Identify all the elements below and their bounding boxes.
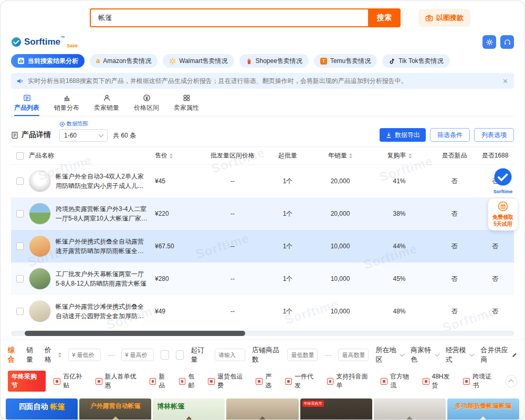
- grid-view-icon[interactable]: [161, 350, 169, 360]
- columns-button[interactable]: 列表选项: [474, 128, 514, 142]
- row-checkbox[interactable]: [16, 210, 24, 217]
- tag-new-product[interactable]: 新品: [150, 372, 171, 390]
- settings-button[interactable]: [482, 35, 496, 49]
- person-icon: [103, 94, 111, 102]
- collapse-button[interactable]: [505, 375, 517, 387]
- business-model-dropdown[interactable]: 经营模式: [446, 345, 474, 364]
- tag-strict-selection[interactable]: 严选: [256, 372, 277, 390]
- support-button[interactable]: [500, 35, 514, 49]
- price-max-input[interactable]: [121, 349, 154, 361]
- list-view-icon[interactable]: [176, 350, 184, 360]
- chevron-down-icon: [470, 352, 475, 356]
- tag-icon: [285, 378, 292, 385]
- table-row[interactable]: 帐篷户外便携式折叠全自动露营速开露营防晒加厚防雨帐篷全套批发 ¥67.50 --…: [11, 230, 514, 262]
- column-annual-sales[interactable]: 年销量: [311, 151, 369, 160]
- sorftime-badge[interactable]: Sorftime: [488, 167, 518, 194]
- tab-tiktok[interactable]: Tik Tok售卖情况: [382, 54, 449, 68]
- tab-shopee[interactable]: Shopee售卖情况: [239, 54, 309, 68]
- chevron-up-icon: [508, 380, 513, 385]
- product-name[interactable]: 帐篷户外全自动3-4双人2单人家用防晒防虫室内小房子成人儿童帐篷: [56, 172, 149, 191]
- tag-return-shipping[interactable]: 退货包运费: [208, 372, 248, 390]
- product-thumbnail[interactable]: [29, 170, 51, 192]
- tab-sales-distribution[interactable]: 销量分布: [54, 94, 79, 116]
- tag-douyin-label[interactable]: 支持抖音面单: [327, 372, 373, 390]
- tag-official-logistics[interactable]: 官方物流: [381, 372, 414, 390]
- tab-seller-sales[interactable]: 卖家销量: [94, 94, 119, 116]
- row-checkbox[interactable]: [16, 177, 24, 185]
- sort-sales[interactable]: 销量: [26, 345, 38, 364]
- notice-text: 实时分析当前1688搜索页下的产品，并根据这些产品生成分析报告；且在进行筛选、翻…: [28, 77, 407, 86]
- moq-input[interactable]: [215, 349, 245, 361]
- merge-supplier-toggle[interactable]: 合并供应商: [480, 345, 517, 364]
- is-1688-cell: 否: [479, 242, 511, 251]
- close-icon[interactable]: [502, 78, 509, 85]
- product-thumbnail[interactable]: [29, 300, 51, 322]
- price-min-input[interactable]: [68, 349, 101, 361]
- filter-button[interactable]: 筛选条件: [430, 128, 470, 142]
- tag-free-shipping[interactable]: 包邮: [179, 372, 201, 390]
- table-row[interactable]: 帐篷户外露营沙滩便携式折叠全自动速开公园野营全套加厚防雨批发 ¥49 -- 1个…: [11, 295, 514, 328]
- filter-row-sort: 综合 销量 价格 — 起订量 店铺商品数 — 所在地区 商家特色: [8, 345, 517, 364]
- tab-walmart[interactable]: Walmart售卖情况: [163, 54, 234, 68]
- tag-cross-border-cert[interactable]: 跨境证书: [463, 372, 497, 390]
- amazon-icon: a: [96, 57, 100, 64]
- product-name[interactable]: 帐篷户外便携式折叠全自动露营速开露营防晒加厚防雨帐篷全套批发: [56, 237, 149, 256]
- tab-current-analysis[interactable]: 当前搜索结果分析: [11, 54, 85, 68]
- row-checkbox[interactable]: [16, 308, 24, 315]
- column-name: 产品名称: [29, 151, 155, 160]
- ad-card[interactable]: 四面自动 帐篷 2024年 专注户外 新风尚: [6, 398, 78, 420]
- product-thumbnail[interactable]: [29, 203, 51, 225]
- select-all-checkbox[interactable]: [16, 152, 24, 160]
- table-row[interactable]: 工厂批发户外天幕帐篷两室一厅5-8人8-12人防晒防雨露营大帐篷 ¥280 --…: [11, 262, 514, 295]
- search-input[interactable]: [90, 8, 368, 27]
- shop-count-min-input[interactable]: [287, 349, 318, 361]
- tag-year-end-festival[interactable]: 年终采购节: [8, 371, 46, 392]
- search-box: 搜索: [90, 8, 401, 27]
- repurchase-cell: 41%: [369, 177, 429, 185]
- wholesale-cell: --: [201, 210, 264, 217]
- export-button[interactable]: 数据导出: [380, 128, 426, 142]
- tag-icon: [463, 378, 470, 385]
- notice-banner: 实时分析当前1688搜索页下的产品，并根据这些产品生成分析报告；且在进行筛选、翻…: [11, 73, 514, 89]
- ad-card[interactable]: [374, 398, 446, 420]
- ad-card[interactable]: 博林帐篷: [153, 398, 225, 420]
- sort-comprehensive[interactable]: 综合: [8, 345, 19, 364]
- table-row[interactable]: 帐篷户外全自动3-4双人2单人家用防晒防虫室内小房子成人儿童帐篷 ¥45 -- …: [11, 165, 514, 197]
- ad-card[interactable]: 多功能折叠帐篷帐篷: [447, 398, 519, 420]
- free-trial-badge[interactable]: 免费领取 5天试用: [488, 198, 518, 230]
- row-checkbox[interactable]: [16, 243, 24, 250]
- region-dropdown[interactable]: 所在地区: [375, 345, 404, 364]
- ad-card[interactable]: 户外露营自动帐篷: [79, 398, 151, 420]
- sort-price[interactable]: 价格: [45, 345, 62, 364]
- column-price[interactable]: 售价: [155, 151, 201, 160]
- tag-subsidy[interactable]: 百亿补贴: [54, 372, 87, 390]
- tab-price-range[interactable]: 价格区间: [134, 94, 159, 116]
- headset-icon: [503, 38, 511, 46]
- product-name[interactable]: 跨境热卖露营帐篷户外3-4人二室一厅5-8人两室10人大帐篷厂家批发: [56, 204, 149, 223]
- tag-dropshipping[interactable]: 一件代发: [285, 372, 319, 390]
- product-thumbnail[interactable]: [29, 235, 51, 257]
- tab-product-list[interactable]: 产品列表: [14, 94, 39, 116]
- ad-card[interactable]: 年终采购节 假双层自动帐: [300, 398, 372, 420]
- tag-new-user-discount[interactable]: 新人首单优惠: [96, 372, 142, 390]
- product-name[interactable]: 帐篷户外露营沙滩便携式折叠全自动速开公园野营全套加厚防雨批发: [56, 302, 149, 321]
- range-select[interactable]: 1-60: [59, 129, 108, 142]
- table-row[interactable]: 跨境热卖露营帐篷户外3-4人二室一厅5-8人两室10人大帐篷厂家批发 ¥220 …: [11, 197, 514, 230]
- trademark-mark: ™: [60, 35, 65, 40]
- product-thumbnail[interactable]: [29, 268, 51, 290]
- product-name[interactable]: 工厂批发户外天幕帐篷两室一厅5-8人8-12人防晒防雨露营大帐篷: [56, 269, 149, 288]
- tab-amazon[interactable]: a Amazon售卖情况: [90, 54, 158, 68]
- tag-48h-delivery[interactable]: 48H发货: [423, 372, 455, 390]
- row-checkbox[interactable]: [16, 275, 24, 282]
- image-search-button[interactable]: 以图搜款: [418, 9, 470, 27]
- pencil-icon: [511, 352, 517, 359]
- ad-card[interactable]: [226, 398, 298, 420]
- shop-count-max-input[interactable]: [338, 349, 369, 361]
- scrollbar-thumb[interactable]: [25, 331, 245, 336]
- column-repurchase[interactable]: 复购率: [369, 151, 429, 160]
- merchant-feature-dropdown[interactable]: 商家特色: [411, 345, 439, 364]
- tab-seller-attributes[interactable]: 卖家属性: [174, 94, 199, 116]
- search-button[interactable]: 搜索: [368, 8, 401, 27]
- tab-temu[interactable]: T Temu售卖情况: [314, 54, 377, 68]
- toolbar-actions: 数据导出 筛选条件 列表选项: [380, 128, 514, 142]
